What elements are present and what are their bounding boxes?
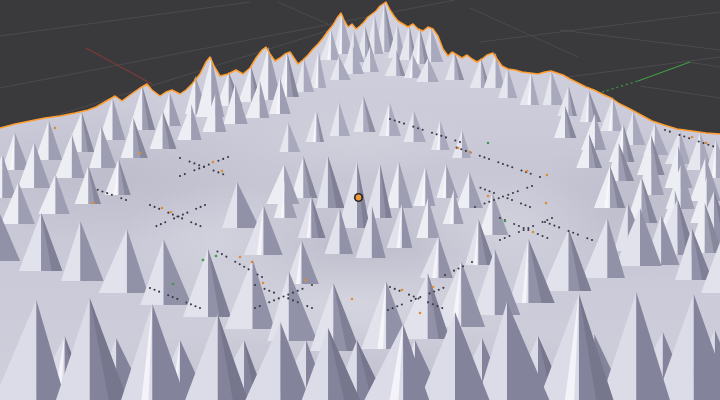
viewport-canvas [0,0,720,400]
3d-viewport[interactable] [0,0,720,400]
object-origin-dot[interactable] [354,193,363,202]
